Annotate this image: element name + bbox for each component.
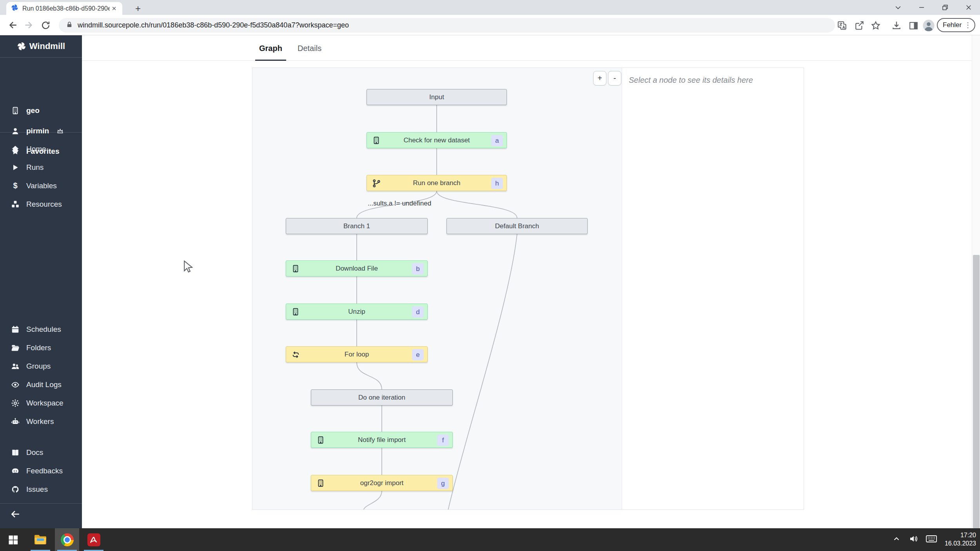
flow-graph-canvas[interactable]: InputCheck for new datasetaRun one branc…: [252, 67, 622, 510]
sidebar-item-label: Variables: [26, 182, 57, 190]
bookmark-star-icon[interactable]: [869, 19, 882, 32]
tab-close-icon[interactable]: ✕: [110, 4, 118, 13]
divider: [0, 132, 82, 133]
sidebar-item-label: Schedules: [26, 325, 61, 334]
sidebar-item-label: Issues: [26, 485, 48, 494]
file-explorer-taskbar-button[interactable]: [28, 528, 53, 551]
window-minimize-button[interactable]: [910, 0, 933, 15]
sidebar-item-pirmin[interactable]: pirmin: [0, 121, 82, 141]
chrome-icon: [61, 533, 74, 546]
sidebar-item-issues[interactable]: Issues: [0, 480, 82, 498]
repeat-icon: [291, 350, 300, 359]
flow-node-run-one-branch[interactable]: Run one branchh: [367, 175, 507, 191]
sidebar-item-variables[interactable]: $Variables: [0, 176, 82, 195]
scrollbar-thumb[interactable]: [973, 255, 980, 528]
sidebar-item-label: Groups: [26, 362, 51, 371]
url-text: windmill.sourcepole.ch/run/0186eb38-c86b…: [78, 21, 349, 29]
flow-node-check-for-new-dataset[interactable]: Check for new dataseta: [367, 132, 507, 148]
run-view-tabs: Graph Details: [82, 35, 980, 61]
windmill-logo[interactable]: Windmill: [0, 35, 82, 58]
dollar-icon: $: [11, 182, 20, 190]
tray-chevron-icon[interactable]: [892, 535, 901, 545]
start-button[interactable]: [1, 528, 25, 551]
svg-text:$: $: [13, 182, 17, 190]
building-icon: [291, 307, 300, 316]
building-icon: [316, 436, 325, 445]
browser-tab[interactable]: Run 0186eb38-c86b-d590-290e- ✕: [6, 2, 122, 15]
collapse-sidebar-button[interactable]: [9, 508, 21, 520]
window-menu-chevron-icon[interactable]: [887, 0, 909, 15]
reload-button[interactable]: [38, 17, 53, 33]
sidebar-item-runs[interactable]: Runs: [0, 158, 82, 176]
acrobat-taskbar-button[interactable]: [82, 528, 106, 551]
windows-taskbar: 17:20 16.03.2023: [0, 528, 980, 551]
sidebar-item-label: Workers: [26, 417, 54, 426]
chrome-taskbar-button[interactable]: [55, 528, 79, 551]
share-icon[interactable]: [853, 19, 866, 32]
details-placeholder: Select a node to see its details here: [629, 76, 753, 85]
flow-node-label: Branch 1: [343, 222, 370, 230]
volume-icon[interactable]: [909, 534, 918, 545]
flow-node-label: Unzip: [348, 308, 365, 316]
sidebar-item-feedbacks[interactable]: Feedbacks: [0, 462, 82, 480]
flow-node-notify-file-import[interactable]: Notify file importf: [311, 432, 453, 448]
flow-node-badge: e: [412, 349, 424, 360]
system-tray: 17:20 16.03.2023: [892, 528, 976, 551]
keyboard-icon[interactable]: [926, 535, 937, 545]
book-icon: [11, 448, 20, 457]
flow-node-label: Input: [429, 93, 444, 101]
sidebar-item-groups[interactable]: Groups: [0, 357, 82, 375]
window-close-button[interactable]: [957, 0, 980, 15]
download-icon[interactable]: [890, 19, 903, 32]
building-icon: [372, 136, 381, 145]
flow-node-input[interactable]: Input: [367, 89, 507, 105]
flow-node-label: ogr2ogr import: [360, 479, 404, 487]
logo-text: Windmill: [29, 41, 65, 51]
sidebar-item-workers[interactable]: Workers: [0, 412, 82, 431]
sidebar-item-geo[interactable]: geo: [0, 100, 82, 121]
home-icon: [11, 145, 20, 153]
nav-admin: SchedulesFoldersGroupsAudit LogsWorkspac…: [0, 320, 82, 431]
flow-node-badge: d: [412, 306, 424, 318]
tab-graph[interactable]: Graph: [255, 41, 286, 61]
forward-button[interactable]: [21, 17, 37, 33]
sidebar-item-home[interactable]: Home: [0, 140, 82, 158]
flow-node-ogr2ogr-import[interactable]: ogr2ogr importg: [311, 475, 453, 491]
tab-details[interactable]: Details: [294, 41, 325, 61]
sidebar-item-workspace[interactable]: Workspace: [0, 394, 82, 412]
gear-icon: [11, 399, 20, 407]
browser-error-button[interactable]: Fehler ⋮: [937, 18, 975, 32]
flow-node-default-branch[interactable]: Default Branch: [446, 218, 588, 234]
sidebar-item-label: Resources: [26, 200, 62, 209]
clock-date: 16.03.2023: [945, 540, 976, 548]
flow-node-branch-1[interactable]: Branch 1: [286, 218, 428, 234]
window-restore-button[interactable]: [934, 0, 956, 15]
browser-toolbar: windmill.sourcepole.ch/run/0186eb38-c86b…: [0, 15, 980, 35]
new-tab-button[interactable]: +: [132, 3, 143, 14]
branch-condition-label: ...sults.a != undefined: [368, 200, 431, 207]
flow-node-do-one-iteration[interactable]: Do one iteration: [311, 389, 453, 406]
sidebar-item-folders[interactable]: Folders: [0, 338, 82, 357]
play-icon: [11, 163, 20, 172]
flow-node-unzip[interactable]: Unzipd: [286, 304, 428, 320]
flow-node-for-loop[interactable]: For loope: [286, 346, 428, 362]
calendar-icon: [11, 325, 20, 334]
profile-avatar[interactable]: [922, 19, 935, 32]
address-bar[interactable]: windmill.sourcepole.ch/run/0186eb38-c86b…: [59, 18, 835, 33]
sidebar-item-label: Feedbacks: [26, 467, 63, 475]
taskbar-clock[interactable]: 17:20 16.03.2023: [945, 531, 976, 548]
sidebar-item-audit-logs[interactable]: Audit Logs: [0, 375, 82, 394]
flow-node-badge: a: [491, 135, 503, 146]
sidebar-item-schedules[interactable]: Schedules: [0, 320, 82, 338]
zoom-out-button[interactable]: -: [608, 71, 621, 85]
back-button[interactable]: [5, 17, 20, 33]
sidebar-item-docs[interactable]: Docs: [0, 443, 82, 462]
translate-icon[interactable]: [835, 19, 849, 32]
zoom-in-button[interactable]: +: [593, 71, 606, 85]
sidebar: Windmill geopirminFavorites HomeRuns$Var…: [0, 35, 82, 528]
side-panel-icon[interactable]: [907, 19, 920, 32]
chrome-menu-icon[interactable]: ⋮: [964, 21, 971, 29]
sidebar-item-resources[interactable]: Resources: [0, 195, 82, 213]
users-icon: [11, 362, 20, 371]
flow-node-download-file[interactable]: Download Fileb: [286, 260, 428, 276]
